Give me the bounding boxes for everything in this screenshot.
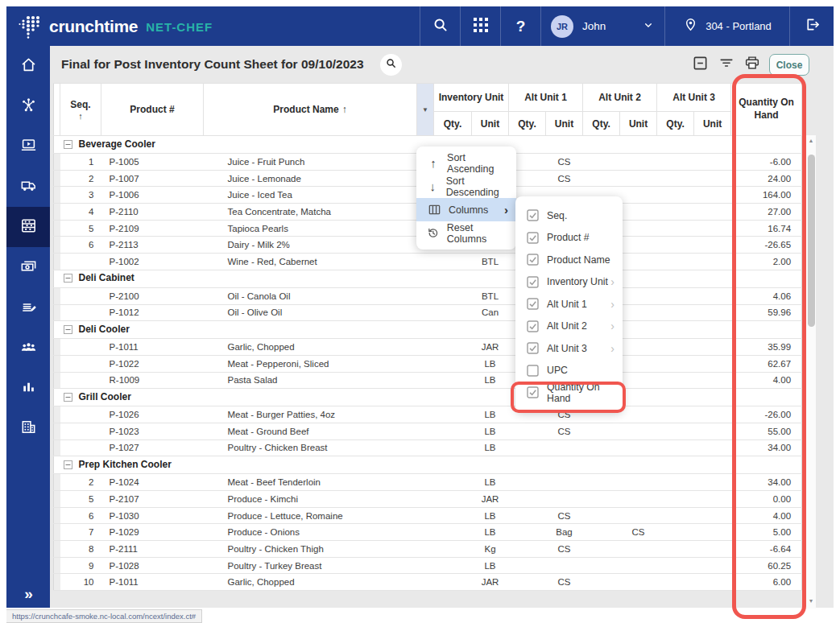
collapse-group-icon[interactable] xyxy=(64,393,72,404)
sidebar-item-labor-staff[interactable] xyxy=(6,328,50,368)
subheader-alt2-qty[interactable]: Qty. xyxy=(583,112,620,136)
table-row[interactable]: 2P-1024Meat - Beef TenderloinLB34.00 xyxy=(54,474,802,491)
menu-item-reset-columns[interactable]: Reset Columns xyxy=(416,221,516,245)
table-row[interactable]: P-1011Garlic, ChoppedJAR35.99 xyxy=(54,339,802,356)
submenu-item-quantity-on-hand[interactable]: Quantity On Hand xyxy=(515,382,623,404)
sidebar-item-inventory-count[interactable] xyxy=(6,207,50,247)
subheader-alt1-qty[interactable]: Qty. xyxy=(509,112,546,136)
sidebar-item-workflow-hub[interactable] xyxy=(6,86,50,126)
menu-item-sort-descending[interactable]: ↓Sort Descending xyxy=(416,175,516,198)
checkbox-checked-icon[interactable] xyxy=(527,254,539,266)
group-row[interactable]: Prep Kitchen Cooler xyxy=(54,456,802,474)
print-button[interactable] xyxy=(743,55,762,74)
global-search-button[interactable] xyxy=(420,6,460,46)
column-header-alt-unit-1[interactable]: Alt Unit 1 xyxy=(509,84,583,112)
table-row[interactable]: 10P-1011Garlic, ChoppedJARCS6.00 xyxy=(54,574,802,591)
apps-grid-button[interactable] xyxy=(460,6,500,46)
submenu-item-inventory-unit[interactable]: Inventory Unit› xyxy=(515,271,623,294)
status-url: https://crunchcafe-smoke.nc-local.com/nc… xyxy=(6,609,202,623)
collapse-group-icon[interactable] xyxy=(64,325,72,336)
checkbox-checked-icon[interactable] xyxy=(527,298,539,310)
alt3-qty-cell xyxy=(657,170,694,187)
table-row[interactable]: P-1012Oil - Olive OilCan59.96 xyxy=(54,304,802,321)
group-row[interactable]: Deli Cabinet xyxy=(54,270,802,287)
filter-button[interactable] xyxy=(717,55,736,74)
column-menu-button[interactable]: ▼ xyxy=(417,84,434,136)
scrollbar-thumb[interactable] xyxy=(808,155,815,327)
table-row[interactable]: 8P-2111Poultry - Chicken ThighKgCS-6.64 xyxy=(54,541,802,558)
help-button[interactable]: ? xyxy=(500,6,540,46)
submenu-item-product[interactable]: Product # xyxy=(515,227,623,250)
checkbox-checked-icon[interactable] xyxy=(527,209,539,221)
sheet-search-button[interactable] xyxy=(380,54,402,76)
sidebar-item-food-menu[interactable] xyxy=(6,287,50,328)
submenu-item-product-name[interactable]: Product Name xyxy=(515,249,623,271)
sidebar-item-e-learning[interactable] xyxy=(6,126,50,167)
subheader-alt3-qty[interactable]: Qty. xyxy=(657,112,694,136)
table-row[interactable]: 5P-2107Produce - KimchiJAR0.00 xyxy=(54,491,802,508)
table-row[interactable]: P-1002Wine - Red, CabernetBTL2.00 xyxy=(54,254,802,270)
table-row[interactable]: 7P-1029Produce - OnionsLBBagCS5.00 xyxy=(54,524,802,541)
menu-item-columns[interactable]: Columns› xyxy=(416,198,516,221)
column-header-product-number[interactable]: Product # xyxy=(101,84,204,136)
vertical-scrollbar[interactable]: ▲ ▾ xyxy=(805,135,816,609)
submenu-item-alt-unit-1[interactable]: Alt Unit 1› xyxy=(515,293,623,316)
gutter-cell xyxy=(54,220,60,237)
user-menu[interactable]: JR John xyxy=(540,6,664,46)
table-row[interactable]: 6P-1030Produce - Lettuce, RomaineLBCS4.0… xyxy=(54,507,802,524)
group-row[interactable]: Grill Cooler xyxy=(54,389,802,406)
checkbox-checked-icon[interactable] xyxy=(527,386,539,398)
table-row[interactable]: P-2100Oil - Canola OilBTL4.06 xyxy=(54,287,802,304)
checkbox-checked-icon[interactable] xyxy=(527,320,539,332)
collapse-all-icon xyxy=(692,55,709,75)
table-row[interactable]: P-1023Meat - Ground BeefLBCS55.00 xyxy=(54,423,802,439)
inv-qty-cell xyxy=(434,574,472,591)
sidebar-item-supply-truck[interactable] xyxy=(6,167,50,207)
collapse-group-icon[interactable] xyxy=(64,140,72,151)
column-header-quantity-on-hand[interactable]: Quantity On Hand xyxy=(731,84,802,136)
gutter-cell xyxy=(54,406,60,423)
table-row[interactable]: P-1022Meat - Pepperoni, SlicedLB62.67 xyxy=(54,355,802,372)
location-selector[interactable]: 304 - Portland xyxy=(664,6,789,46)
close-button[interactable]: Close xyxy=(769,54,809,76)
submenu-item-alt-unit-2[interactable]: Alt Unit 2› xyxy=(515,316,623,338)
checkbox-checked-icon[interactable] xyxy=(527,232,539,244)
table-row[interactable]: 9P-1028Poultry - Turkey BreastLB60.25 xyxy=(54,557,802,574)
column-header-inventory-unit[interactable]: Inventory Unit xyxy=(434,84,509,112)
sidebar-item-cash-management[interactable] xyxy=(6,247,50,287)
gutter-cell xyxy=(54,187,60,204)
alt3-unit-cell xyxy=(694,491,731,508)
submenu-item-upc[interactable]: UPC xyxy=(515,360,623,382)
subheader-alt2-unit[interactable]: Unit xyxy=(620,112,657,136)
collapse-all-button[interactable] xyxy=(690,55,710,74)
submenu-item-seq[interactable]: Seq. xyxy=(515,204,623,227)
menu-item-sort-ascending[interactable]: ↑Sort Ascending xyxy=(416,151,516,175)
table-row[interactable]: P-1027Poultry - Chicken BreastLB34.00 xyxy=(54,439,802,456)
checkbox-checked-icon[interactable] xyxy=(527,342,539,354)
collapse-group-icon[interactable] xyxy=(64,460,72,472)
collapse-group-icon[interactable] xyxy=(64,274,72,285)
submenu-item-alt-unit-3[interactable]: Alt Unit 3› xyxy=(515,337,623,360)
scroll-down-icon[interactable]: ▾ xyxy=(805,597,817,604)
logout-button[interactable] xyxy=(789,6,834,46)
seq-header-label: Seq. xyxy=(60,99,101,110)
table-row[interactable]: P-1026Meat - Burger Patties, 4ozLBCS-26.… xyxy=(54,406,802,423)
table-row[interactable]: R-1009Pasta SaladLB4.00 xyxy=(54,372,802,389)
column-header-product-name[interactable]: Product Name↑ xyxy=(204,84,417,136)
scroll-up-icon[interactable]: ▲ xyxy=(805,138,817,143)
alt2-unit-cell xyxy=(620,304,657,321)
sidebar-expand-button[interactable]: » xyxy=(6,585,50,603)
checkbox-checked-icon[interactable] xyxy=(527,276,539,288)
subheader-inv-qty[interactable]: Qty. xyxy=(434,112,472,136)
sidebar-item-company-building[interactable] xyxy=(6,408,50,448)
subheader-inv-unit[interactable]: Unit xyxy=(472,112,509,136)
sidebar-item-home[interactable] xyxy=(6,46,50,86)
subheader-alt1-unit[interactable]: Unit xyxy=(546,112,583,136)
group-row[interactable]: Deli Cooler xyxy=(54,321,802,339)
column-header-alt-unit-2[interactable]: Alt Unit 2 xyxy=(583,84,657,112)
column-header-seq[interactable]: Seq. ↑ xyxy=(60,84,101,136)
sidebar-item-reports-chart[interactable] xyxy=(6,368,50,408)
column-header-alt-unit-3[interactable]: Alt Unit 3 xyxy=(657,84,731,112)
subheader-alt3-unit[interactable]: Unit xyxy=(694,112,731,136)
checkbox-unchecked-icon[interactable] xyxy=(527,365,539,377)
